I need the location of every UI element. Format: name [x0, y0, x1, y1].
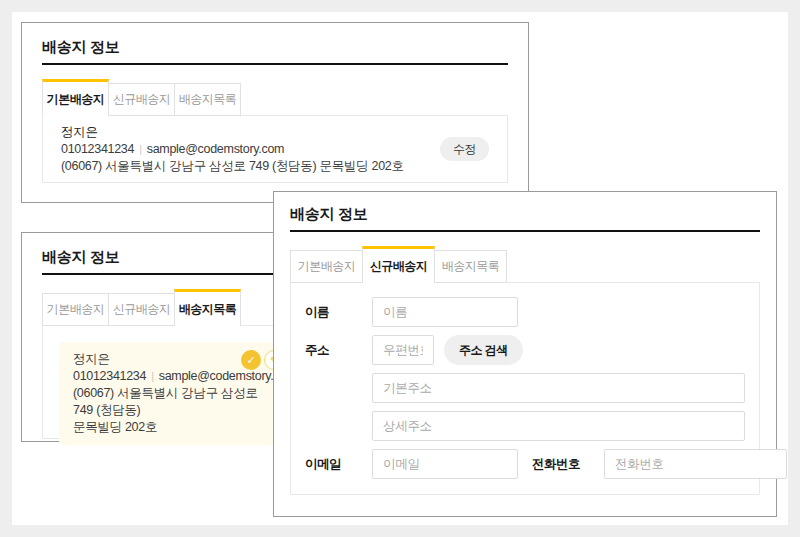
tab-default-address[interactable]: 기본배송지 — [290, 250, 363, 283]
tab-default-address[interactable]: 기본배송지 — [42, 79, 109, 116]
title-divider — [290, 230, 760, 232]
detail-address-row — [305, 411, 745, 441]
card-title: 배송지 정보 — [42, 37, 508, 57]
recipient-address-line2: 문목빌딩 202호 — [73, 419, 277, 436]
recipient-info: 정지은 01012341234|sample@codemstory.com (0… — [61, 124, 404, 175]
tab-bar: 기본배송지 신규배송지 배송지목록 — [290, 246, 760, 283]
phone-label: 전화번호 — [532, 449, 604, 479]
recipient-phone: 01012341234 — [73, 369, 146, 383]
zip-field[interactable] — [372, 335, 434, 365]
name-label: 이름 — [305, 297, 372, 327]
contact-separator: | — [146, 370, 159, 382]
detail-address-field[interactable] — [372, 411, 745, 441]
page-background: 배송지 정보 기본배송지 신규배송지 배송지목록 정지은 01012341234… — [0, 0, 800, 537]
tab-new-address[interactable]: 신규배송지 — [108, 293, 175, 326]
zip-row: 주소 주소 검색 — [305, 335, 745, 365]
name-row: 이름 — [305, 297, 745, 327]
email-phone-row: 이메일 전화번호 — [305, 449, 745, 479]
tab-new-address[interactable]: 신규배송지 — [108, 83, 175, 116]
tab-address-list[interactable]: 배송지목록 — [434, 250, 507, 283]
email-label: 이메일 — [305, 449, 372, 479]
recipient-address-line1: (06067) 서울특별시 강남구 삼성로 749 (청담동) — [73, 385, 277, 419]
tab-address-list[interactable]: 배송지목록 — [174, 83, 241, 116]
recipient-contact: 01012341234|sample@codemstory.com — [61, 141, 404, 158]
email-field[interactable] — [372, 449, 518, 479]
base-address-field[interactable] — [372, 373, 745, 403]
recipient-address: (06067) 서울특별시 강남구 삼성로 749 (청담동) 문목빌딩 202… — [61, 158, 404, 175]
address-search-button[interactable]: 주소 검색 — [444, 335, 523, 365]
tab-default-address[interactable]: 기본배송지 — [42, 293, 109, 326]
recipient-contact: 01012341234|sample@codemstory.com — [73, 368, 277, 385]
phone-field[interactable] — [604, 449, 787, 479]
recipient-name: 정지은 — [61, 124, 404, 141]
tab-new-address[interactable]: 신규배송지 — [362, 246, 435, 283]
title-divider — [42, 63, 508, 65]
recipient-phone: 01012341234 — [61, 142, 134, 156]
new-address-card: 배송지 정보 기본배송지 신규배송지 배송지목록 이름 주소 주소 검색 — [273, 191, 777, 517]
card-title: 배송지 정보 — [290, 204, 760, 224]
contact-separator: | — [134, 143, 147, 155]
default-address-card: 배송지 정보 기본배송지 신규배송지 배송지목록 정지은 01012341234… — [21, 22, 529, 203]
check-icon[interactable]: ✓ — [241, 350, 261, 370]
base-address-row — [305, 373, 745, 403]
recipient-info-panel: 정지은 01012341234|sample@codemstory.com (0… — [42, 115, 508, 183]
name-field[interactable] — [372, 297, 518, 327]
recipient-email: sample@codemstory.com — [147, 142, 284, 156]
tab-bar: 기본배송지 신규배송지 배송지목록 — [42, 79, 508, 116]
new-address-form: 이름 주소 주소 검색 이메일 전화번호 — [290, 282, 760, 495]
edit-button[interactable]: 수정 — [440, 137, 489, 161]
address-label: 주소 — [305, 335, 372, 365]
tab-address-list[interactable]: 배송지목록 — [174, 289, 241, 326]
address-list-item[interactable]: ✓ ✎ 정지은 01012341234|sample@codemstory.co… — [59, 342, 291, 445]
